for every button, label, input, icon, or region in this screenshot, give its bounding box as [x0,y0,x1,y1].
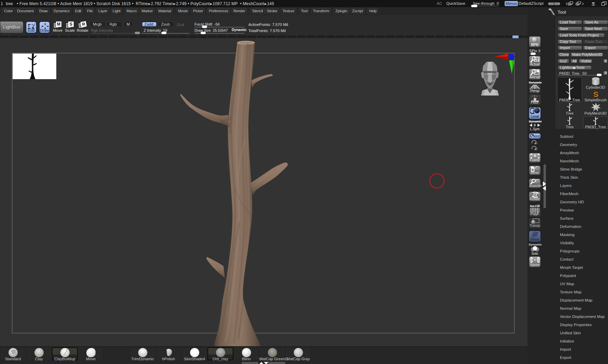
svg-text:S: S [593,90,598,98]
svg-text:XYZ: XYZ [534,134,540,138]
svg-text:Z: Z [536,148,538,150]
svg-text:Y: Y [536,142,538,145]
svg-text:x1: x1 [536,58,539,61]
